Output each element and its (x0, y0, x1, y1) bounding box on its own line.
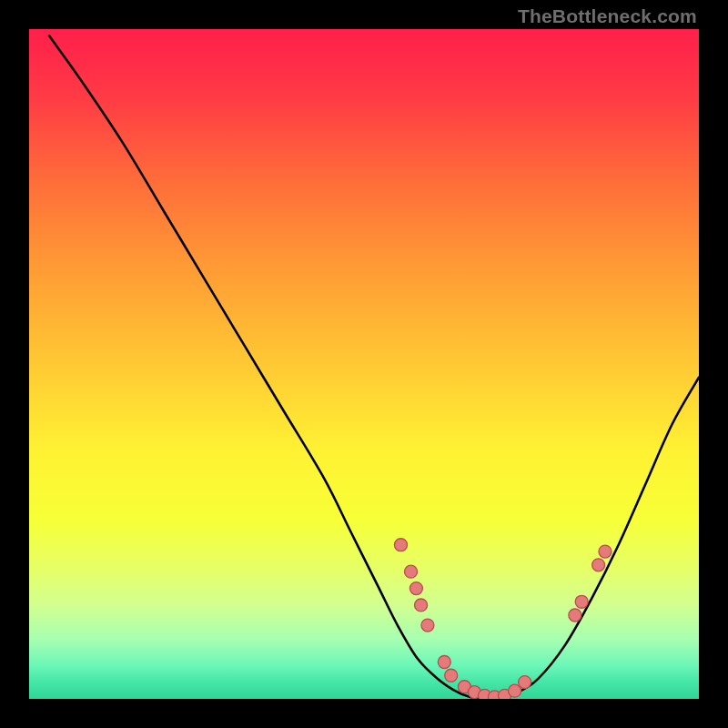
data-point (599, 545, 612, 558)
data-point (410, 582, 422, 595)
data-point (405, 565, 418, 578)
data-point (592, 559, 605, 571)
data-point (394, 539, 407, 551)
bottleneck-curve (49, 35, 699, 699)
curve-layer (29, 29, 699, 699)
data-point (445, 669, 458, 682)
data-point (509, 684, 521, 697)
data-point (421, 619, 434, 632)
data-point (575, 595, 588, 608)
data-point (569, 609, 581, 622)
plot-area (29, 29, 699, 699)
data-point (519, 676, 531, 689)
data-point (415, 599, 428, 612)
data-points (394, 539, 611, 699)
data-point (438, 656, 450, 669)
watermark-label: TheBottleneck.com (518, 5, 697, 27)
chart-stage: TheBottleneck.com (0, 0, 728, 728)
